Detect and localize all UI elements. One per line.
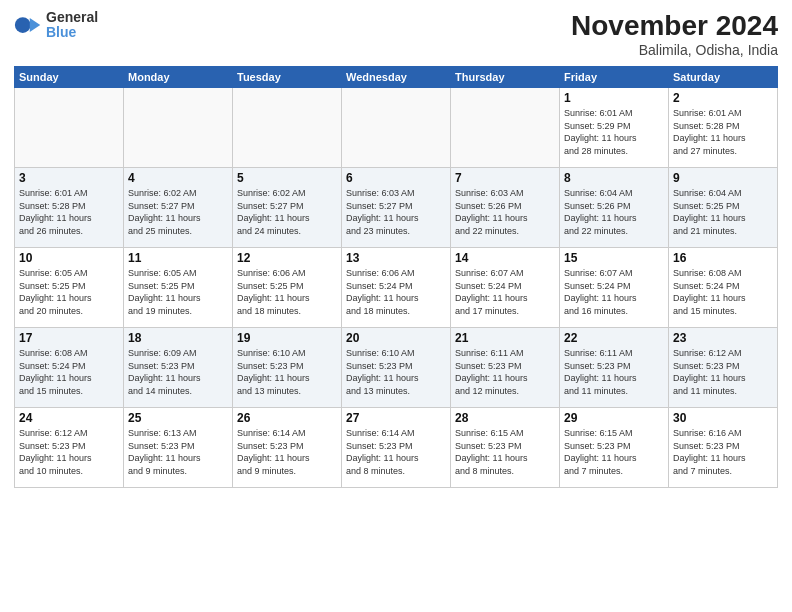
calendar-cell [451,88,560,168]
calendar-cell: 14Sunrise: 6:07 AM Sunset: 5:24 PM Dayli… [451,248,560,328]
calendar-cell: 8Sunrise: 6:04 AM Sunset: 5:26 PM Daylig… [560,168,669,248]
calendar-week-row: 17Sunrise: 6:08 AM Sunset: 5:24 PM Dayli… [15,328,778,408]
day-number: 13 [346,251,446,265]
calendar-cell: 13Sunrise: 6:06 AM Sunset: 5:24 PM Dayli… [342,248,451,328]
day-info: Sunrise: 6:12 AM Sunset: 5:23 PM Dayligh… [19,427,119,477]
calendar-cell: 20Sunrise: 6:10 AM Sunset: 5:23 PM Dayli… [342,328,451,408]
day-number: 4 [128,171,228,185]
day-number: 12 [237,251,337,265]
header: General Blue November 2024 Balimila, Odi… [14,10,778,58]
day-number: 9 [673,171,773,185]
calendar-cell: 25Sunrise: 6:13 AM Sunset: 5:23 PM Dayli… [124,408,233,488]
calendar-table: SundayMondayTuesdayWednesdayThursdayFrid… [14,66,778,488]
logo-line2: Blue [46,25,98,40]
day-info: Sunrise: 6:11 AM Sunset: 5:23 PM Dayligh… [455,347,555,397]
day-number: 1 [564,91,664,105]
day-number: 17 [19,331,119,345]
day-info: Sunrise: 6:08 AM Sunset: 5:24 PM Dayligh… [19,347,119,397]
day-number: 30 [673,411,773,425]
calendar-cell: 2Sunrise: 6:01 AM Sunset: 5:28 PM Daylig… [669,88,778,168]
title-block: November 2024 Balimila, Odisha, India [571,10,778,58]
day-info: Sunrise: 6:04 AM Sunset: 5:26 PM Dayligh… [564,187,664,237]
day-info: Sunrise: 6:04 AM Sunset: 5:25 PM Dayligh… [673,187,773,237]
calendar-cell: 17Sunrise: 6:08 AM Sunset: 5:24 PM Dayli… [15,328,124,408]
calendar-cell [124,88,233,168]
day-number: 19 [237,331,337,345]
calendar-cell: 4Sunrise: 6:02 AM Sunset: 5:27 PM Daylig… [124,168,233,248]
logo-text: General Blue [46,10,98,41]
day-number: 22 [564,331,664,345]
weekday-header: Saturday [669,67,778,88]
weekday-header: Wednesday [342,67,451,88]
logo-line1: General [46,10,98,25]
day-info: Sunrise: 6:06 AM Sunset: 5:24 PM Dayligh… [346,267,446,317]
day-info: Sunrise: 6:09 AM Sunset: 5:23 PM Dayligh… [128,347,228,397]
day-number: 24 [19,411,119,425]
calendar-cell: 9Sunrise: 6:04 AM Sunset: 5:25 PM Daylig… [669,168,778,248]
day-info: Sunrise: 6:03 AM Sunset: 5:26 PM Dayligh… [455,187,555,237]
calendar-cell: 26Sunrise: 6:14 AM Sunset: 5:23 PM Dayli… [233,408,342,488]
day-number: 21 [455,331,555,345]
calendar-week-row: 3Sunrise: 6:01 AM Sunset: 5:28 PM Daylig… [15,168,778,248]
day-number: 27 [346,411,446,425]
day-info: Sunrise: 6:01 AM Sunset: 5:28 PM Dayligh… [19,187,119,237]
calendar-week-row: 1Sunrise: 6:01 AM Sunset: 5:29 PM Daylig… [15,88,778,168]
weekday-header: Friday [560,67,669,88]
day-number: 15 [564,251,664,265]
day-number: 7 [455,171,555,185]
day-number: 2 [673,91,773,105]
calendar-cell [15,88,124,168]
calendar-week-row: 24Sunrise: 6:12 AM Sunset: 5:23 PM Dayli… [15,408,778,488]
calendar-cell: 18Sunrise: 6:09 AM Sunset: 5:23 PM Dayli… [124,328,233,408]
day-info: Sunrise: 6:06 AM Sunset: 5:25 PM Dayligh… [237,267,337,317]
day-number: 20 [346,331,446,345]
day-number: 5 [237,171,337,185]
month-title: November 2024 [571,10,778,42]
day-info: Sunrise: 6:05 AM Sunset: 5:25 PM Dayligh… [128,267,228,317]
day-number: 8 [564,171,664,185]
day-number: 26 [237,411,337,425]
day-number: 18 [128,331,228,345]
calendar-cell: 21Sunrise: 6:11 AM Sunset: 5:23 PM Dayli… [451,328,560,408]
svg-point-0 [15,18,31,34]
calendar-cell: 27Sunrise: 6:14 AM Sunset: 5:23 PM Dayli… [342,408,451,488]
calendar-cell: 28Sunrise: 6:15 AM Sunset: 5:23 PM Dayli… [451,408,560,488]
calendar-cell: 7Sunrise: 6:03 AM Sunset: 5:26 PM Daylig… [451,168,560,248]
day-info: Sunrise: 6:14 AM Sunset: 5:23 PM Dayligh… [237,427,337,477]
day-info: Sunrise: 6:12 AM Sunset: 5:23 PM Dayligh… [673,347,773,397]
svg-marker-1 [30,18,41,32]
day-info: Sunrise: 6:11 AM Sunset: 5:23 PM Dayligh… [564,347,664,397]
day-info: Sunrise: 6:15 AM Sunset: 5:23 PM Dayligh… [455,427,555,477]
day-info: Sunrise: 6:13 AM Sunset: 5:23 PM Dayligh… [128,427,228,477]
day-number: 6 [346,171,446,185]
calendar-cell: 1Sunrise: 6:01 AM Sunset: 5:29 PM Daylig… [560,88,669,168]
calendar-cell [342,88,451,168]
calendar-cell: 29Sunrise: 6:15 AM Sunset: 5:23 PM Dayli… [560,408,669,488]
day-info: Sunrise: 6:08 AM Sunset: 5:24 PM Dayligh… [673,267,773,317]
calendar-cell: 24Sunrise: 6:12 AM Sunset: 5:23 PM Dayli… [15,408,124,488]
day-number: 3 [19,171,119,185]
calendar-cell: 22Sunrise: 6:11 AM Sunset: 5:23 PM Dayli… [560,328,669,408]
calendar-week-row: 10Sunrise: 6:05 AM Sunset: 5:25 PM Dayli… [15,248,778,328]
calendar-cell [233,88,342,168]
page: General Blue November 2024 Balimila, Odi… [0,0,792,612]
day-number: 14 [455,251,555,265]
calendar-cell: 23Sunrise: 6:12 AM Sunset: 5:23 PM Dayli… [669,328,778,408]
day-info: Sunrise: 6:07 AM Sunset: 5:24 PM Dayligh… [455,267,555,317]
calendar-cell: 10Sunrise: 6:05 AM Sunset: 5:25 PM Dayli… [15,248,124,328]
calendar-cell: 11Sunrise: 6:05 AM Sunset: 5:25 PM Dayli… [124,248,233,328]
logo: General Blue [14,10,98,41]
calendar-cell: 5Sunrise: 6:02 AM Sunset: 5:27 PM Daylig… [233,168,342,248]
calendar-cell: 16Sunrise: 6:08 AM Sunset: 5:24 PM Dayli… [669,248,778,328]
day-info: Sunrise: 6:15 AM Sunset: 5:23 PM Dayligh… [564,427,664,477]
calendar-cell: 12Sunrise: 6:06 AM Sunset: 5:25 PM Dayli… [233,248,342,328]
day-info: Sunrise: 6:02 AM Sunset: 5:27 PM Dayligh… [237,187,337,237]
day-number: 16 [673,251,773,265]
logo-icon [14,11,42,39]
weekday-header: Tuesday [233,67,342,88]
day-number: 10 [19,251,119,265]
day-info: Sunrise: 6:03 AM Sunset: 5:27 PM Dayligh… [346,187,446,237]
calendar-cell: 15Sunrise: 6:07 AM Sunset: 5:24 PM Dayli… [560,248,669,328]
weekday-header: Sunday [15,67,124,88]
day-info: Sunrise: 6:10 AM Sunset: 5:23 PM Dayligh… [346,347,446,397]
